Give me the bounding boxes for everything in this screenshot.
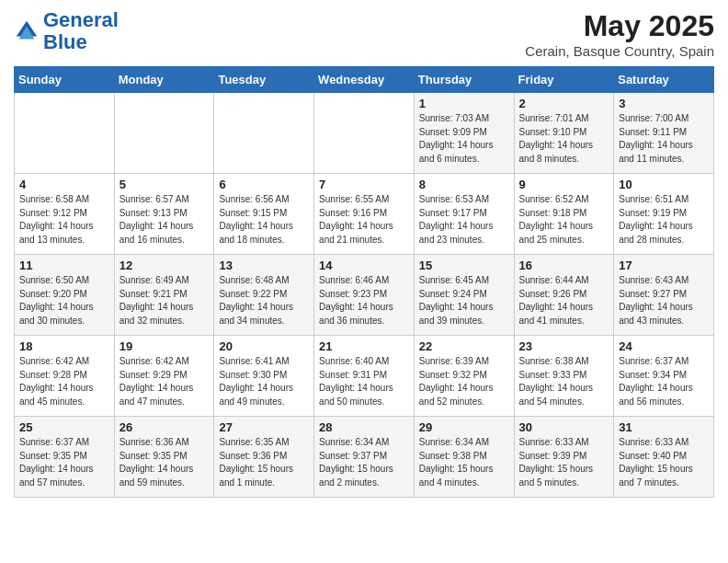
day-info: Sunrise: 6:58 AM Sunset: 9:12 PM Dayligh… bbox=[19, 193, 110, 247]
calendar-cell: 6Sunrise: 6:56 AM Sunset: 9:15 PM Daylig… bbox=[214, 174, 314, 255]
day-number: 4 bbox=[19, 178, 110, 191]
calendar-cell: 17Sunrise: 6:43 AM Sunset: 9:27 PM Dayli… bbox=[614, 255, 714, 336]
day-info: Sunrise: 6:55 AM Sunset: 9:16 PM Dayligh… bbox=[319, 193, 410, 247]
calendar-cell: 25Sunrise: 6:37 AM Sunset: 9:35 PM Dayli… bbox=[15, 417, 115, 498]
header-day-sunday: Sunday bbox=[15, 67, 115, 93]
week-row-2: 4Sunrise: 6:58 AM Sunset: 9:12 PM Daylig… bbox=[15, 174, 714, 255]
day-info: Sunrise: 6:33 AM Sunset: 9:39 PM Dayligh… bbox=[519, 436, 610, 489]
day-info: Sunrise: 6:44 AM Sunset: 9:26 PM Dayligh… bbox=[519, 274, 610, 327]
calendar-cell: 21Sunrise: 6:40 AM Sunset: 9:31 PM Dayli… bbox=[314, 336, 415, 417]
day-info: Sunrise: 6:48 AM Sunset: 9:22 PM Dayligh… bbox=[219, 274, 310, 327]
day-info: Sunrise: 6:49 AM Sunset: 9:21 PM Dayligh… bbox=[119, 274, 210, 327]
day-number: 16 bbox=[519, 259, 610, 272]
calendar-cell bbox=[114, 93, 214, 174]
calendar-cell: 15Sunrise: 6:45 AM Sunset: 9:24 PM Dayli… bbox=[414, 255, 514, 336]
calendar-cell: 7Sunrise: 6:55 AM Sunset: 9:16 PM Daylig… bbox=[314, 174, 415, 255]
day-number: 5 bbox=[119, 178, 210, 191]
day-number: 14 bbox=[319, 259, 410, 272]
day-info: Sunrise: 6:39 AM Sunset: 9:32 PM Dayligh… bbox=[419, 355, 510, 408]
day-number: 29 bbox=[419, 420, 510, 434]
day-number: 17 bbox=[619, 259, 710, 272]
day-info: Sunrise: 6:37 AM Sunset: 9:34 PM Dayligh… bbox=[619, 355, 710, 408]
calendar-cell bbox=[214, 93, 314, 174]
day-number: 18 bbox=[19, 339, 110, 353]
day-info: Sunrise: 6:36 AM Sunset: 9:35 PM Dayligh… bbox=[119, 436, 210, 489]
calendar-cell: 18Sunrise: 6:42 AM Sunset: 9:28 PM Dayli… bbox=[15, 336, 115, 417]
week-row-5: 25Sunrise: 6:37 AM Sunset: 9:35 PM Dayli… bbox=[15, 417, 714, 498]
calendar-cell: 19Sunrise: 6:42 AM Sunset: 9:29 PM Dayli… bbox=[114, 336, 214, 417]
day-number: 24 bbox=[619, 339, 710, 353]
day-info: Sunrise: 7:00 AM Sunset: 9:11 PM Dayligh… bbox=[619, 112, 710, 166]
calendar-cell: 26Sunrise: 6:36 AM Sunset: 9:35 PM Dayli… bbox=[114, 417, 214, 498]
day-info: Sunrise: 6:56 AM Sunset: 9:15 PM Dayligh… bbox=[219, 193, 310, 247]
day-number: 12 bbox=[119, 259, 210, 272]
calendar-header: SundayMondayTuesdayWednesdayThursdayFrid… bbox=[15, 67, 714, 93]
day-number: 10 bbox=[619, 178, 710, 191]
day-number: 2 bbox=[519, 97, 610, 110]
calendar-body: 1Sunrise: 7:03 AM Sunset: 9:09 PM Daylig… bbox=[15, 93, 714, 498]
calendar-cell: 8Sunrise: 6:53 AM Sunset: 9:17 PM Daylig… bbox=[414, 174, 514, 255]
day-number: 25 bbox=[19, 420, 110, 434]
calendar-cell: 16Sunrise: 6:44 AM Sunset: 9:26 PM Dayli… bbox=[514, 255, 614, 336]
calendar-cell bbox=[314, 93, 415, 174]
calendar-cell: 9Sunrise: 6:52 AM Sunset: 9:18 PM Daylig… bbox=[514, 174, 614, 255]
calendar-cell bbox=[15, 93, 115, 174]
month-title: May 2025 bbox=[525, 9, 714, 43]
header-day-saturday: Saturday bbox=[614, 67, 714, 93]
day-info: Sunrise: 6:42 AM Sunset: 9:29 PM Dayligh… bbox=[119, 355, 210, 408]
day-info: Sunrise: 6:33 AM Sunset: 9:40 PM Dayligh… bbox=[619, 436, 710, 489]
day-info: Sunrise: 6:46 AM Sunset: 9:23 PM Dayligh… bbox=[319, 274, 410, 327]
week-row-4: 18Sunrise: 6:42 AM Sunset: 9:28 PM Dayli… bbox=[15, 336, 714, 417]
logo-line1: General bbox=[43, 9, 119, 31]
day-number: 19 bbox=[119, 339, 210, 353]
header-row: SundayMondayTuesdayWednesdayThursdayFrid… bbox=[15, 67, 714, 93]
calendar-cell: 24Sunrise: 6:37 AM Sunset: 9:34 PM Dayli… bbox=[614, 336, 714, 417]
calendar-cell: 12Sunrise: 6:49 AM Sunset: 9:21 PM Dayli… bbox=[114, 255, 214, 336]
day-number: 22 bbox=[419, 339, 510, 353]
day-number: 31 bbox=[619, 420, 710, 434]
day-info: Sunrise: 6:40 AM Sunset: 9:31 PM Dayligh… bbox=[319, 355, 410, 408]
day-number: 13 bbox=[219, 259, 310, 272]
calendar-cell: 22Sunrise: 6:39 AM Sunset: 9:32 PM Dayli… bbox=[414, 336, 514, 417]
calendar-table: SundayMondayTuesdayWednesdayThursdayFrid… bbox=[14, 66, 714, 498]
header-day-monday: Monday bbox=[114, 67, 214, 93]
day-number: 6 bbox=[219, 178, 310, 191]
calendar-cell: 3Sunrise: 7:00 AM Sunset: 9:11 PM Daylig… bbox=[614, 93, 714, 174]
calendar-cell: 27Sunrise: 6:35 AM Sunset: 9:36 PM Dayli… bbox=[214, 417, 314, 498]
day-number: 11 bbox=[19, 259, 110, 272]
calendar-cell: 14Sunrise: 6:46 AM Sunset: 9:23 PM Dayli… bbox=[314, 255, 415, 336]
calendar-cell: 30Sunrise: 6:33 AM Sunset: 9:39 PM Dayli… bbox=[514, 417, 614, 498]
calendar-cell: 29Sunrise: 6:34 AM Sunset: 9:38 PM Dayli… bbox=[414, 417, 514, 498]
logo: General Blue bbox=[14, 9, 119, 53]
title-block: May 2025 Cerain, Basque Country, Spain bbox=[525, 9, 714, 59]
day-number: 1 bbox=[419, 97, 510, 110]
header-day-tuesday: Tuesday bbox=[214, 67, 314, 93]
day-number: 15 bbox=[419, 259, 510, 272]
day-info: Sunrise: 6:41 AM Sunset: 9:30 PM Dayligh… bbox=[219, 355, 310, 408]
calendar-cell: 11Sunrise: 6:50 AM Sunset: 9:20 PM Dayli… bbox=[15, 255, 115, 336]
header-day-friday: Friday bbox=[514, 67, 614, 93]
day-number: 26 bbox=[119, 420, 210, 434]
logo-line2: Blue bbox=[43, 31, 119, 53]
calendar-cell: 1Sunrise: 7:03 AM Sunset: 9:09 PM Daylig… bbox=[414, 93, 514, 174]
day-info: Sunrise: 6:45 AM Sunset: 9:24 PM Dayligh… bbox=[419, 274, 510, 327]
calendar-cell: 20Sunrise: 6:41 AM Sunset: 9:30 PM Dayli… bbox=[214, 336, 314, 417]
calendar-cell: 2Sunrise: 7:01 AM Sunset: 9:10 PM Daylig… bbox=[514, 93, 614, 174]
day-number: 8 bbox=[419, 178, 510, 191]
day-info: Sunrise: 6:53 AM Sunset: 9:17 PM Dayligh… bbox=[419, 193, 510, 247]
page-header: General Blue May 2025 Cerain, Basque Cou… bbox=[14, 9, 714, 59]
header-day-wednesday: Wednesday bbox=[314, 67, 415, 93]
day-number: 27 bbox=[219, 420, 310, 434]
day-info: Sunrise: 6:34 AM Sunset: 9:38 PM Dayligh… bbox=[419, 436, 510, 489]
day-info: Sunrise: 6:37 AM Sunset: 9:35 PM Dayligh… bbox=[19, 436, 110, 489]
calendar-cell: 31Sunrise: 6:33 AM Sunset: 9:40 PM Dayli… bbox=[614, 417, 714, 498]
calendar-cell: 23Sunrise: 6:38 AM Sunset: 9:33 PM Dayli… bbox=[514, 336, 614, 417]
day-info: Sunrise: 6:34 AM Sunset: 9:37 PM Dayligh… bbox=[319, 436, 410, 489]
calendar-cell: 4Sunrise: 6:58 AM Sunset: 9:12 PM Daylig… bbox=[15, 174, 115, 255]
day-number: 30 bbox=[519, 420, 610, 434]
day-number: 3 bbox=[619, 97, 710, 110]
day-info: Sunrise: 6:42 AM Sunset: 9:28 PM Dayligh… bbox=[19, 355, 110, 408]
header-day-thursday: Thursday bbox=[414, 67, 514, 93]
day-number: 20 bbox=[219, 339, 310, 353]
logo-icon bbox=[14, 18, 40, 44]
